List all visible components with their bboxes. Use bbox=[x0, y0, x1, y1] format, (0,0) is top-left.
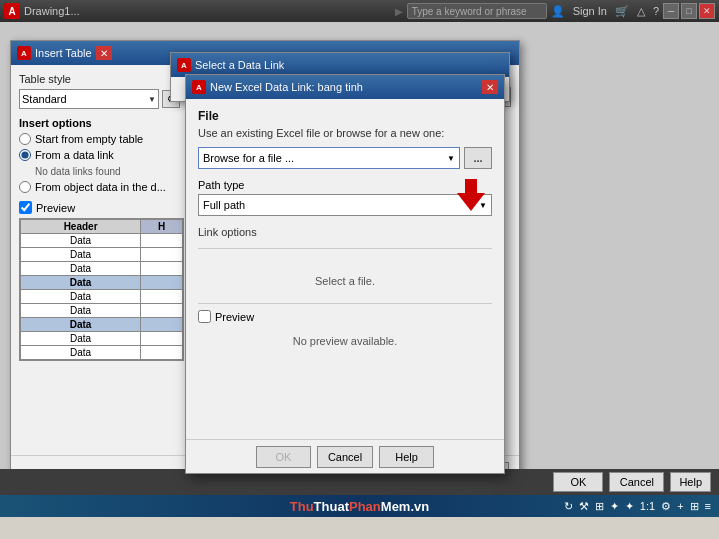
watermark-thu: Thu bbox=[290, 499, 314, 514]
excel-preview-label: Preview bbox=[215, 311, 254, 323]
data-cell: Data bbox=[21, 248, 141, 262]
grid-icon[interactable]: ⊞ bbox=[690, 500, 699, 513]
data-cell-h bbox=[141, 318, 183, 332]
watermark-phan: Phan bbox=[349, 499, 381, 514]
data-cell: Data bbox=[21, 318, 141, 332]
data-cell: Data bbox=[21, 332, 141, 346]
excel-path-arrow: ▼ bbox=[479, 201, 487, 210]
table-row: Data bbox=[21, 290, 183, 304]
radio-data-link[interactable]: From a data link bbox=[19, 149, 194, 161]
radio-object-data-input[interactable] bbox=[19, 181, 31, 193]
radio-data-link-input[interactable] bbox=[19, 149, 31, 161]
excel-file-select[interactable]: Browse for a file ... ▼ bbox=[198, 147, 460, 169]
star2-icon[interactable]: ✦ bbox=[625, 500, 634, 513]
data-cell: Data bbox=[21, 234, 141, 248]
settings-icon[interactable]: ⚙ bbox=[661, 500, 671, 513]
watermark-dot-vn: .vn bbox=[410, 499, 429, 514]
menu-icon[interactable]: ≡ bbox=[705, 500, 711, 512]
radio-empty-label: Start from empty table bbox=[35, 133, 143, 145]
dialog-logo: A bbox=[17, 46, 31, 60]
signin-text[interactable]: Sign In bbox=[573, 5, 607, 17]
search-placeholder-text: Type a keyword or phrase bbox=[412, 6, 527, 17]
excel-dialog-close-button[interactable]: ✕ bbox=[482, 80, 498, 94]
help-icon: ? bbox=[653, 5, 659, 17]
star-icon[interactable]: ✦ bbox=[610, 500, 619, 513]
title-icons: 👤 Sign In 🛒 △ ? bbox=[551, 5, 659, 18]
data-cell-h bbox=[141, 234, 183, 248]
insert-options-title: Insert options bbox=[19, 117, 194, 129]
table-preview: Header H Data Data bbox=[19, 218, 184, 361]
triangle-icon: △ bbox=[637, 5, 645, 18]
table-style-value: Standard bbox=[22, 93, 148, 105]
layout-icon[interactable]: ⊞ bbox=[595, 500, 604, 513]
header-cell-1: Header bbox=[21, 220, 141, 234]
insert-table-close-button[interactable]: ✕ bbox=[96, 46, 112, 60]
preview-label: Preview bbox=[36, 202, 75, 214]
radio-object-data-label: From object data in the d... bbox=[35, 181, 166, 193]
minimize-button[interactable]: ─ bbox=[663, 3, 679, 19]
excel-browse-button[interactable]: ... bbox=[464, 147, 492, 169]
radio-object-data[interactable]: From object data in the d... bbox=[19, 181, 194, 193]
table-row: Data bbox=[21, 276, 183, 290]
title-search-box[interactable]: Type a keyword or phrase bbox=[407, 3, 547, 19]
excel-link-options-label: Link options bbox=[198, 226, 492, 238]
data-cell-h bbox=[141, 248, 183, 262]
data-cell-h bbox=[141, 290, 183, 304]
data-cell: Data bbox=[21, 262, 141, 276]
watermark-thuat: Thuat bbox=[314, 499, 349, 514]
people-icon: 👤 bbox=[551, 5, 565, 18]
no-data-links-text: No data links found bbox=[35, 166, 194, 177]
preview-section: Preview Header H Data bbox=[19, 201, 194, 361]
preview-checkbox-row[interactable]: Preview bbox=[19, 201, 194, 214]
excel-path-select[interactable]: Full path ▼ bbox=[198, 194, 492, 216]
excel-divider-1 bbox=[198, 248, 492, 249]
close-button[interactable]: ✕ bbox=[699, 3, 715, 19]
data-cell-h bbox=[141, 346, 183, 360]
data-cell: Data bbox=[21, 304, 141, 318]
excel-cancel-button[interactable]: Cancel bbox=[317, 446, 373, 468]
excel-help-button[interactable]: Help bbox=[379, 446, 434, 468]
excel-path-section: Path type Full path ▼ bbox=[198, 179, 492, 216]
excel-dialog-footer: OK Cancel Help bbox=[186, 439, 504, 473]
main-ok-button[interactable]: OK bbox=[553, 472, 603, 492]
excel-file-arrow: ▼ bbox=[447, 154, 455, 163]
main-help-button[interactable]: Help bbox=[670, 472, 711, 492]
watermark-icons: ↻ ⚒ ⊞ ✦ ✦ 1:1 ⚙ + ⊞ ≡ bbox=[564, 500, 711, 513]
title-bar-text: Drawing1... bbox=[24, 5, 391, 17]
excel-divider-2 bbox=[198, 303, 492, 304]
main-cancel-button[interactable]: Cancel bbox=[609, 472, 664, 492]
data-link-title: Select a Data Link bbox=[195, 59, 284, 71]
table-row: Data bbox=[21, 262, 183, 276]
maximize-button[interactable]: □ bbox=[681, 3, 697, 19]
radio-data-link-label: From a data link bbox=[35, 149, 114, 161]
refresh-icon[interactable]: ↻ bbox=[564, 500, 573, 513]
excel-no-preview-message: No preview available. bbox=[198, 327, 492, 355]
excel-data-link-dialog: A New Excel Data Link: bang tinh ✕ File … bbox=[185, 74, 505, 474]
data-cell: Data bbox=[21, 276, 141, 290]
excel-preview-checkbox-row[interactable]: Preview bbox=[198, 310, 492, 323]
preview-table: Header H Data Data bbox=[20, 219, 183, 360]
preview-checkbox[interactable] bbox=[19, 201, 32, 214]
data-cell-h bbox=[141, 304, 183, 318]
insert-table-title: Insert Table bbox=[35, 47, 92, 59]
excel-file-description: Use an existing Excel file or browse for… bbox=[198, 127, 492, 139]
left-panel: Table style Standard ▼ ⚙ Insert options … bbox=[19, 73, 194, 361]
title-bar: A Drawing1... ▶ Type a keyword or phrase… bbox=[0, 0, 719, 22]
data-cell-h bbox=[141, 276, 183, 290]
table-row: Data bbox=[21, 332, 183, 346]
ratio-text: 1:1 bbox=[640, 500, 655, 512]
plus-icon[interactable]: + bbox=[677, 500, 683, 512]
excel-ok-button[interactable]: OK bbox=[256, 446, 311, 468]
tools-icon[interactable]: ⚒ bbox=[579, 500, 589, 513]
radio-empty-table[interactable]: Start from empty table bbox=[19, 133, 194, 145]
radio-empty-input[interactable] bbox=[19, 133, 31, 145]
excel-preview-checkbox[interactable] bbox=[198, 310, 211, 323]
table-row: Data bbox=[21, 346, 183, 360]
table-style-select[interactable]: Standard ▼ bbox=[19, 89, 159, 109]
data-cell: Data bbox=[21, 290, 141, 304]
data-cell-h bbox=[141, 262, 183, 276]
excel-dialog-title: New Excel Data Link: bang tinh bbox=[210, 81, 363, 93]
table-row: Data bbox=[21, 248, 183, 262]
cart-icon: 🛒 bbox=[615, 5, 629, 18]
table-row: Data bbox=[21, 304, 183, 318]
